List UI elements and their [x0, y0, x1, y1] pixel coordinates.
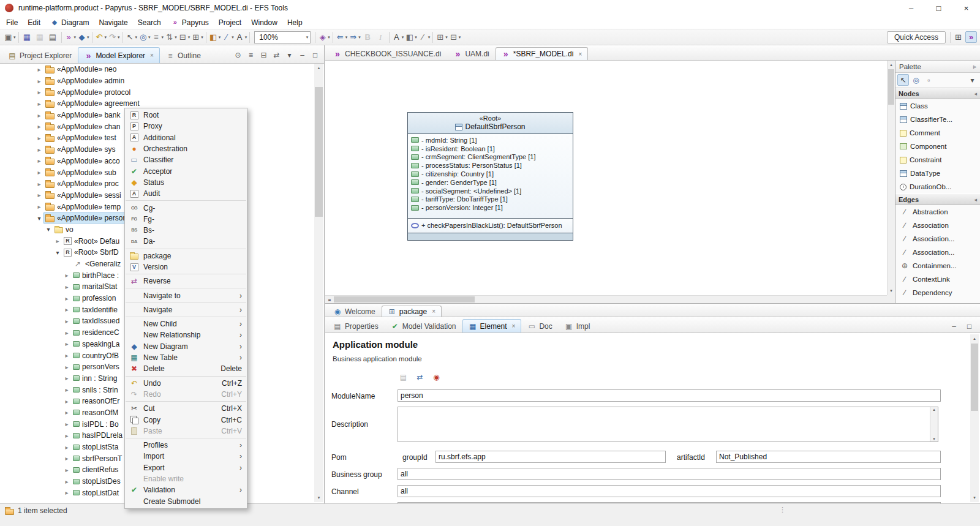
tree-item-appmodule-admin[interactable]: ▸«AppModule» admin [0, 75, 314, 87]
tree-item-appmodule-neo[interactable]: ▸«AppModule» neo [0, 64, 314, 75]
new-papyrus-model-button[interactable]: »▾ [64, 31, 77, 44]
scroll-down-icon[interactable]: ▾ [970, 494, 979, 502]
class-attribute[interactable]: - socialSegment: <Undefined> [1] [408, 187, 573, 195]
context-menu-item-new-child[interactable]: New Child› [125, 318, 247, 329]
context-menu-item-new-table[interactable]: ▦New Table› [125, 352, 247, 363]
minimize-window-button[interactable]: – [897, 0, 925, 16]
palette-menu-button[interactable]: ▾ [967, 74, 978, 86]
tab-package[interactable]: ⊞package× [382, 306, 442, 317]
module-name-input[interactable] [398, 389, 941, 402]
order-button[interactable]: ⊟▾ [178, 31, 191, 44]
context-menu-item-navigate[interactable]: Navigate› [125, 304, 247, 315]
close-icon[interactable]: × [578, 51, 582, 58]
tree-scrollbar[interactable]: ▴ ▾ [314, 64, 323, 502]
palette-item-containmen[interactable]: ⊕Containmen... [895, 259, 980, 272]
menu-project[interactable]: Project [214, 16, 246, 29]
tab-uam-di[interactable]: »UAM.di [447, 47, 495, 60]
pin-button[interactable]: ◉ [431, 371, 442, 383]
scroll-right-icon[interactable]: ▸ [325, 296, 334, 303]
maximize-button[interactable]: □ [963, 320, 975, 332]
context-menu-item-new-diagram[interactable]: ◆New Diagram› [125, 341, 247, 352]
context-menu-item-acceptor[interactable]: ✔Acceptor [125, 165, 247, 176]
scroll-up-icon[interactable]: ▴ [888, 61, 895, 69]
close-window-button[interactable]: × [952, 0, 980, 16]
distribute-button[interactable]: ⇅▾ [164, 31, 178, 44]
context-menu-item-undo[interactable]: ↶UndoCtrl+Z [125, 378, 247, 389]
chevron-expanded-icon[interactable]: ▾ [34, 215, 44, 222]
close-icon[interactable]: × [512, 323, 516, 329]
artifact-id-input[interactable] [716, 451, 941, 463]
palette-item-class[interactable]: Class [895, 99, 980, 113]
tab-checkbook-issuance-di[interactable]: »CHECKBOOK_ISSUANCE.di [327, 47, 447, 60]
palette-header[interactable]: Palette ▹ [895, 61, 980, 73]
scrollbar-thumb[interactable] [315, 87, 323, 217]
chevron-collapsed-icon[interactable]: ▸ [62, 421, 72, 427]
chevron-collapsed-icon[interactable]: ▸ [62, 318, 72, 325]
channel-input[interactable] [398, 485, 941, 497]
menu-navigate[interactable]: Navigate [94, 16, 132, 29]
chevron-expanded-icon[interactable]: ▾ [53, 249, 62, 256]
fill-button[interactable]: ◧▾ [404, 31, 418, 44]
menu-window[interactable]: Window [246, 16, 282, 29]
context-menu-item-profiles[interactable]: Profiles› [125, 440, 247, 451]
properties-scrollbar[interactable]: ▴ ▾ [970, 334, 979, 502]
zoom-tool-button[interactable]: ◎ [910, 74, 922, 86]
context-menu-item-da[interactable]: DADa- [125, 236, 247, 247]
group-id-input[interactable] [435, 451, 666, 463]
description-input[interactable] [398, 407, 938, 442]
chevron-collapsed-icon[interactable]: ▸ [34, 100, 44, 107]
palette-item-association[interactable]: ∕Association... [895, 246, 980, 259]
palette-item-abstraction[interactable]: ∕Abstraction [895, 205, 980, 219]
open-perspective-button[interactable]: ⊞ [952, 31, 964, 43]
new-diagram-button[interactable]: ◆▾ [77, 31, 90, 44]
chevron-collapsed-icon[interactable]: ▸ [62, 272, 72, 279]
class-operation[interactable]: + checkPapersInBlackList(): DefaultSbrfP… [408, 221, 573, 230]
font-button[interactable]: A▾ [235, 31, 248, 44]
context-menu-item-cg[interactable]: CGCg- [125, 202, 247, 213]
scroll-down-icon[interactable]: ▾ [930, 437, 938, 441]
chevron-collapsed-icon[interactable]: ▸ [62, 340, 72, 347]
chevron-collapsed-icon[interactable]: ▸ [62, 444, 72, 451]
context-menu-item-proxy[interactable]: PProxy [125, 121, 247, 132]
show-doc-button[interactable]: ▤ [398, 371, 409, 383]
ports-button[interactable]: ⊟▾ [448, 31, 462, 44]
chevron-collapsed-icon[interactable]: ▸ [62, 364, 72, 370]
palette-item-contextlink[interactable]: ∕ContextLink [895, 272, 980, 286]
context-menu-item-navigate-to[interactable]: Navigate to› [125, 290, 247, 301]
grid-button[interactable]: ⊞▾ [190, 31, 204, 44]
palette-item-association[interactable]: ∕Association [895, 219, 980, 232]
compartments-button[interactable]: ⊞▾ [435, 31, 448, 44]
description-scrollbar[interactable]: ▴ ▾ [930, 407, 938, 441]
chevron-collapsed-icon[interactable]: ▸ [62, 432, 72, 439]
redo-button[interactable]: ↷▾ [107, 31, 121, 44]
align-button[interactable]: ≡▾ [151, 31, 165, 44]
maximize-button[interactable]: □ [309, 49, 321, 61]
class-attribute[interactable]: - tariffType: DboTariffType [1] [408, 195, 573, 204]
class-attribute[interactable]: - processStatus: PersonStatus [1] [408, 161, 573, 170]
tab-welcome[interactable]: ◉Welcome [327, 306, 382, 317]
view-menu-button[interactable]: ▾ [284, 49, 295, 61]
statusbar-grip[interactable]: ⋮ [779, 506, 786, 514]
show-advanced-button[interactable]: ⇄ [414, 371, 426, 383]
marquee-tool-button[interactable]: ▫ [923, 74, 935, 86]
tab-model-explorer[interactable]: »Model Explorer× [78, 47, 160, 63]
palette-item-durationob[interactable]: DurationOb... [895, 180, 980, 193]
chevron-collapsed-icon[interactable]: ▸ [62, 467, 72, 473]
print-button[interactable]: ▤ [47, 31, 59, 44]
chevron-collapsed-icon[interactable]: ▸ [62, 375, 72, 381]
tab-element[interactable]: ▦Element× [462, 319, 522, 333]
tab-model-validation[interactable]: ✔Model Validation [385, 319, 462, 333]
palette-item-comment[interactable]: Comment [895, 126, 980, 140]
chevron-collapsed-icon[interactable]: ▸ [62, 489, 72, 496]
chevron-collapsed-icon[interactable]: ▸ [53, 238, 62, 244]
context-menu-item-root[interactable]: RRoot [125, 110, 247, 121]
zoom-combo[interactable]: 100%▾ [254, 31, 311, 43]
tab-sbrf-model-di[interactable]: »*SBRF_MODEL.di× [496, 47, 589, 60]
context-menu-item-reverse[interactable]: ⇄Reverse [125, 276, 247, 287]
palette-item-datatype[interactable]: DataType [895, 167, 980, 180]
papyrus-perspective-button[interactable]: » [965, 31, 977, 43]
class-attribute[interactable]: - gender: GenderType [1] [408, 178, 573, 187]
minimize-button[interactable]: – [948, 320, 960, 332]
minimize-button[interactable]: – [296, 49, 308, 61]
context-menu-item-copy[interactable]: CopyCtrl+C [125, 414, 247, 425]
